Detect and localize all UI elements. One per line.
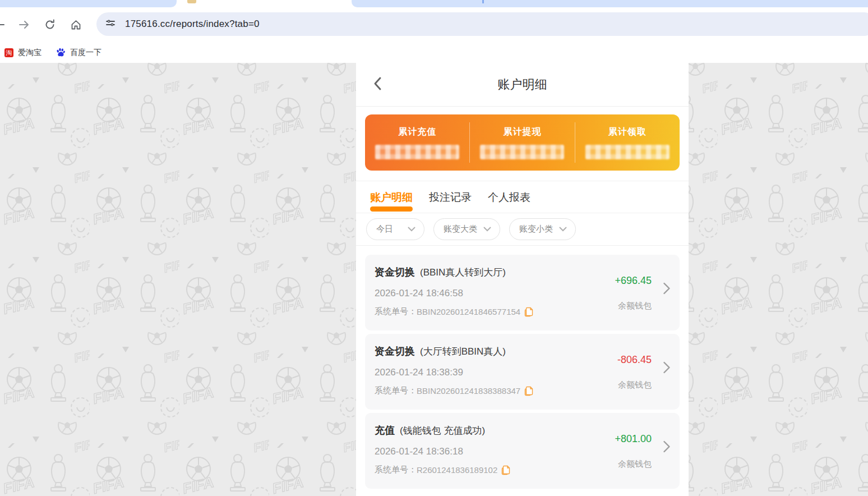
browser-toolbar: 175616.cc/reports/index?tab=0 [0, 7, 868, 42]
baidu-paw-icon [56, 48, 66, 57]
record-wallet: 余额钱包 [618, 459, 652, 470]
tab-label: 个人报表 [488, 191, 530, 203]
record-order-number: R2601241836189102 [417, 465, 497, 475]
url-text[interactable]: 175616.cc/reports/index?tab=0 [125, 19, 260, 30]
home-button[interactable] [70, 19, 82, 31]
record-amount: +801.00 [615, 433, 652, 445]
chevron-down-icon [483, 227, 491, 232]
bookmarks-bar: 淘 爱淘宝 百度一下 [0, 42, 868, 63]
summary-label: 累计充值 [398, 126, 436, 138]
tab-strip-left-segment [0, 0, 177, 7]
record-wallet: 余额钱包 [618, 380, 652, 391]
filter-label: 账变小类 [519, 224, 553, 235]
masked-value [480, 145, 564, 159]
copy-icon[interactable] [501, 465, 510, 475]
record-order-number: BBIN202601241846577154 [417, 307, 520, 316]
tabs-bar: 账户明细 投注记录 个人报表 [356, 181, 689, 213]
back-arrow-icon [0, 19, 6, 31]
summary-total-withdraw: 累计提现 [469, 122, 574, 163]
record-time: 2026-01-24 18:46:58 [375, 288, 670, 299]
records-list: 资金切换 (BBIN真人转到大厅) 2026-01-24 18:46:58 系统… [356, 246, 689, 489]
chevron-down-icon [559, 227, 567, 232]
record-order-number: BBIN202601241838388347 [417, 386, 520, 396]
summary-card: 累计充值 累计提现 累计领取 [365, 114, 680, 171]
record-amount: -806.45 [617, 354, 652, 366]
chevron-right-icon[interactable] [663, 440, 671, 456]
taobao-icon: 淘 [4, 48, 13, 57]
site-settings-icon[interactable] [105, 18, 116, 30]
active-tab-favicon[interactable] [187, 0, 196, 3]
copy-icon[interactable] [524, 307, 533, 317]
tab-label: 投注记录 [429, 191, 472, 203]
bookmark-aitaobao[interactable]: 淘 爱淘宝 [0, 45, 45, 60]
record-amount: +696.45 [615, 275, 652, 287]
bookmark-label: 百度一下 [70, 48, 101, 58]
record-type: 资金切换 [375, 265, 415, 279]
record-order-label: 系统单号： [375, 306, 417, 317]
browser-window: 175616.cc/reports/index?tab=0 淘 爱淘宝 百度一下 [0, 0, 868, 496]
summary-total-claimed: 累计领取 [575, 122, 680, 163]
tab-account-detail[interactable]: 账户明细 [370, 190, 413, 213]
filter-date-dropdown[interactable]: 今日 [366, 218, 424, 240]
record-time: 2026-01-24 18:38:39 [375, 367, 670, 378]
refresh-icon [44, 19, 56, 30]
browser-tab-strip [0, 0, 868, 7]
tab-personal-report[interactable]: 个人报表 [488, 190, 530, 213]
copy-icon[interactable] [524, 386, 533, 396]
summary-label: 累计提现 [503, 126, 541, 138]
forward-arrow-icon [18, 19, 30, 31]
filters-bar: 今日 账变大类 账变小类 [356, 213, 689, 246]
chevron-right-icon[interactable] [663, 282, 671, 297]
page-content: FIFA FIFA [0, 63, 868, 496]
filter-minor-type-dropdown[interactable]: 账变小类 [509, 218, 576, 240]
address-bar[interactable]: 175616.cc/reports/index?tab=0 [96, 12, 868, 36]
record-row[interactable]: 资金切换 (BBIN真人转到大厅) 2026-01-24 18:46:58 系统… [365, 255, 680, 330]
record-order-label: 系统单号： [375, 465, 417, 475]
masked-value [585, 145, 670, 159]
record-type: 资金切换 [375, 345, 415, 358]
forward-button[interactable] [18, 19, 30, 31]
summary-total-deposit: 累计充值 [365, 122, 469, 163]
bookmark-label: 爱淘宝 [18, 48, 41, 58]
record-type: 充值 [375, 424, 395, 437]
filter-label: 今日 [376, 224, 393, 235]
summary-section: 累计充值 累计提现 累计领取 [356, 107, 689, 181]
record-time: 2026-01-24 18:36:18 [375, 446, 670, 457]
record-row[interactable]: 充值 (钱能钱包 充值成功) 2026-01-24 18:36:18 系统单号：… [365, 413, 680, 489]
tab-label: 账户明细 [370, 191, 413, 203]
chevron-right-icon[interactable] [663, 361, 671, 376]
tab-bet-records[interactable]: 投注记录 [429, 190, 472, 213]
refresh-button[interactable] [44, 19, 56, 31]
chevron-down-icon [408, 227, 415, 232]
bookmark-baidu[interactable]: 百度一下 [53, 45, 105, 60]
record-note: (大厅转到BBIN真人) [420, 345, 506, 358]
filter-label: 账变大类 [444, 224, 477, 235]
active-tab-underline [370, 206, 413, 212]
record-note: (钱能钱包 充值成功) [400, 424, 485, 437]
record-order-label: 系统单号： [375, 385, 417, 396]
back-button[interactable] [0, 19, 6, 31]
record-note: (BBIN真人转到大厅) [420, 266, 506, 279]
home-icon [70, 19, 82, 31]
masked-value [375, 145, 459, 159]
page-title: 账户明细 [356, 76, 689, 93]
tab-strip-mark [482, 0, 484, 3]
account-detail-panel: 账户明细 累计充值 累计提现 累计领取 [356, 63, 689, 496]
filter-major-type-dropdown[interactable]: 账变大类 [433, 218, 500, 240]
record-wallet: 余额钱包 [618, 301, 652, 311]
summary-label: 累计领取 [608, 126, 647, 138]
tab-strip-right-segment [352, 0, 868, 7]
record-row[interactable]: 资金切换 (大厅转到BBIN真人) 2026-01-24 18:38:39 系统… [365, 334, 680, 410]
panel-header: 账户明细 [356, 63, 689, 107]
